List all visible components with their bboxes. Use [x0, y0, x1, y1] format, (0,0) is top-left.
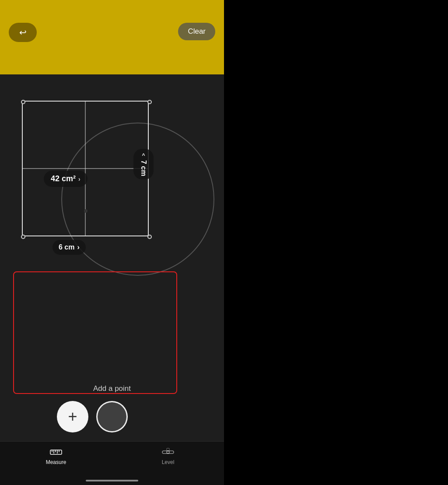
bottom-tab-bar: Measure Level [0, 441, 224, 485]
tab-level-left[interactable]: Level [112, 447, 224, 465]
shutter-button[interactable] [96, 401, 128, 432]
height-chevron: ^ [142, 152, 145, 158]
area-measurement-label[interactable]: 42 cm² › [44, 171, 88, 187]
tab-measure-left[interactable]: Measure [0, 447, 112, 465]
svg-rect-8 [167, 448, 169, 451]
left-panel: ↩ Clear 42 cm² › ^ 7 cm 6 cm › Add a poi… [0, 0, 224, 485]
height-value: 7 cm [140, 160, 147, 176]
panel-divider [224, 0, 225, 485]
svg-point-7 [167, 451, 169, 453]
width-measurement-label[interactable]: 6 cm › [52, 240, 86, 255]
back-button[interactable]: ↩ [9, 23, 37, 42]
corner-dot-bl [21, 235, 25, 239]
height-measurement-label[interactable]: ^ 7 cm [133, 149, 154, 179]
width-chevron: › [77, 243, 79, 251]
level-tab-label: Level [162, 459, 175, 465]
level-icon [162, 447, 174, 457]
area-chevron: › [78, 176, 80, 183]
home-indicator-left [86, 480, 138, 481]
add-point-button[interactable]: + [57, 401, 88, 432]
clear-button[interactable]: Clear [178, 23, 215, 40]
corner-dot-tl [21, 100, 25, 104]
measure-tab-label: Measure [46, 459, 66, 465]
area-value: 42 cm² [51, 174, 76, 183]
corner-dot-tr [147, 100, 152, 104]
svg-rect-6 [162, 451, 174, 453]
corner-dot-br [147, 235, 152, 239]
measurement-box [22, 101, 149, 236]
ruler-icon [50, 447, 62, 457]
center-dot [84, 209, 88, 213]
width-value: 6 cm [59, 243, 74, 251]
trackpad-outline [13, 271, 177, 394]
add-point-label: Add a point [93, 384, 131, 393]
